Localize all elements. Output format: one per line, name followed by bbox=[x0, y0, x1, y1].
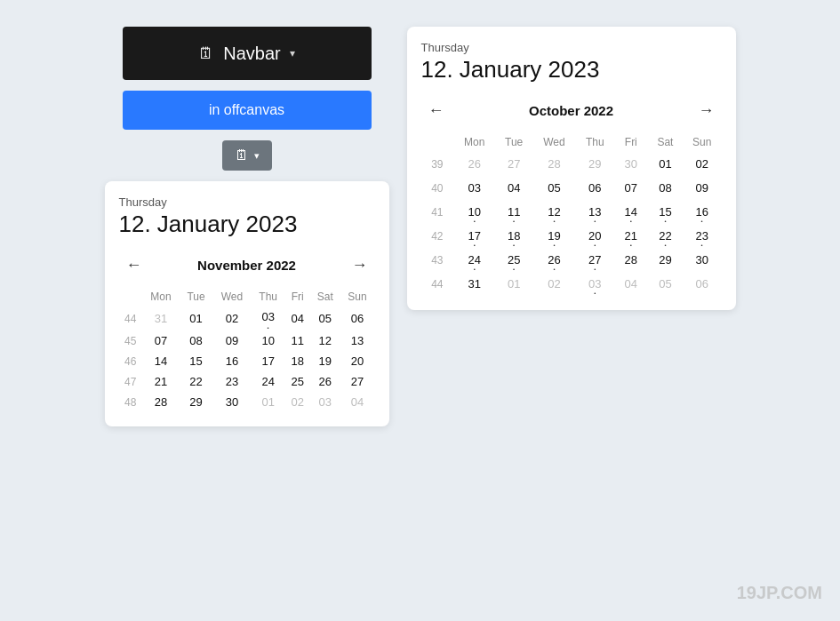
day-number: 03 bbox=[318, 395, 331, 409]
calendar-day[interactable]: 10• bbox=[453, 200, 495, 224]
left-next-button[interactable]: → bbox=[345, 252, 375, 278]
calendar-day[interactable]: 19• bbox=[532, 224, 576, 248]
calendar-day[interactable]: 23• bbox=[683, 224, 722, 248]
calendar-day[interactable]: 26• bbox=[532, 248, 576, 272]
week-number: 45 bbox=[119, 330, 143, 351]
calendar-day[interactable]: 27• bbox=[576, 248, 613, 272]
calendar-day[interactable]: 03• bbox=[576, 272, 613, 296]
calendar-day[interactable]: 25 bbox=[285, 371, 310, 392]
day-number: 02 bbox=[226, 312, 238, 325]
calendar-day[interactable]: 18• bbox=[495, 224, 532, 248]
right-date-title: 12. January 2023 bbox=[421, 56, 722, 84]
day-number: 18 bbox=[508, 229, 520, 243]
calendar-day[interactable]: 18 bbox=[285, 351, 310, 371]
calendar-day[interactable]: 09 bbox=[212, 330, 252, 351]
calendar-day[interactable]: 26 bbox=[453, 152, 495, 176]
calendar-day[interactable]: 30 bbox=[212, 392, 252, 412]
offcanvas-button[interactable]: in offcanvas bbox=[123, 91, 372, 130]
calendar-day[interactable]: 16• bbox=[683, 200, 722, 224]
calendar-day[interactable]: 22• bbox=[648, 224, 683, 248]
calendar-day[interactable]: 06 bbox=[576, 176, 613, 200]
day-number: 12 bbox=[318, 334, 331, 347]
calendar-day[interactable]: 04 bbox=[285, 307, 310, 330]
calendar-day[interactable]: 04 bbox=[495, 176, 532, 200]
calendar-day[interactable]: 27 bbox=[495, 152, 532, 176]
calendar-day[interactable]: 24 bbox=[252, 371, 285, 392]
calendar-day[interactable]: 07 bbox=[613, 176, 648, 200]
calendar-day[interactable]: 02 bbox=[532, 272, 576, 296]
calendar-day[interactable]: 19 bbox=[310, 351, 340, 371]
calendar-day[interactable]: 15• bbox=[648, 200, 683, 224]
calendar-day[interactable]: 01 bbox=[648, 152, 683, 176]
calendar-day[interactable]: 06 bbox=[340, 307, 375, 330]
calendar-day[interactable]: 16 bbox=[212, 351, 252, 371]
calendar-day[interactable]: 28 bbox=[613, 248, 648, 272]
event-dot: • bbox=[594, 291, 596, 296]
calendar-day[interactable]: 02 bbox=[285, 392, 310, 412]
right-month-label: October 2022 bbox=[529, 103, 613, 118]
calendar-day[interactable]: 29 bbox=[576, 152, 613, 176]
calendar-day[interactable]: 01 bbox=[252, 392, 285, 412]
calendar-day[interactable]: 04 bbox=[340, 392, 375, 412]
calendar-day[interactable]: 24• bbox=[453, 248, 495, 272]
day-number: 01 bbox=[261, 395, 274, 409]
right-prev-button[interactable]: ← bbox=[421, 98, 452, 123]
calendar-day[interactable]: 13 bbox=[340, 330, 375, 351]
calendar-day[interactable]: 22 bbox=[180, 371, 212, 392]
calendar-day[interactable]: 01 bbox=[495, 272, 532, 296]
calendar-day[interactable]: 11 bbox=[285, 330, 310, 351]
calendar-day[interactable]: 31 bbox=[453, 272, 495, 296]
calendar-day[interactable]: 29 bbox=[180, 392, 212, 412]
calendar-day[interactable]: 21• bbox=[613, 224, 648, 248]
calendar-day[interactable]: 14• bbox=[613, 200, 648, 224]
calendar-day[interactable]: 02 bbox=[683, 152, 722, 176]
calendar-day[interactable]: 23 bbox=[212, 371, 252, 392]
calendar-day[interactable]: 10 bbox=[252, 330, 285, 351]
day-number: 25 bbox=[291, 375, 303, 388]
calendar-day[interactable]: 07 bbox=[142, 330, 180, 351]
day-number: 26 bbox=[548, 253, 560, 267]
calendar-day[interactable]: 05 bbox=[532, 176, 576, 200]
calendar-day[interactable]: 12 bbox=[310, 330, 340, 351]
calendar-day[interactable]: 26 bbox=[310, 371, 340, 392]
calendar-day[interactable]: 02 bbox=[212, 307, 252, 330]
calendar-day[interactable]: 27 bbox=[340, 371, 375, 392]
calendar-day[interactable]: 13• bbox=[576, 200, 613, 224]
calendar-day[interactable]: 31 bbox=[142, 307, 180, 330]
right-column: Thursday 12. January 2023 ← October 2022… bbox=[407, 18, 736, 310]
calendar-day[interactable]: 03 bbox=[310, 392, 340, 412]
calendar-day[interactable]: 11• bbox=[495, 200, 532, 224]
calendar-day[interactable]: 20 bbox=[340, 351, 375, 371]
left-prev-button[interactable]: ← bbox=[119, 252, 149, 278]
day-number: 28 bbox=[625, 253, 637, 267]
calendar-day[interactable]: 01 bbox=[180, 307, 212, 330]
calendar-day[interactable]: 30 bbox=[613, 152, 648, 176]
calendar-day[interactable]: 06 bbox=[683, 272, 722, 296]
calendar-day[interactable]: 05 bbox=[310, 307, 340, 330]
calendar-day[interactable]: 03 bbox=[453, 176, 495, 200]
calendar-day[interactable]: 12• bbox=[532, 200, 576, 224]
calendar-day[interactable]: 25• bbox=[495, 248, 532, 272]
day-number: 26 bbox=[318, 375, 331, 388]
calendar-day[interactable]: 03• bbox=[252, 307, 285, 330]
left-month-nav: ← November 2022 → bbox=[119, 252, 375, 278]
calendar-day[interactable]: 28 bbox=[142, 392, 180, 412]
calendar-day[interactable]: 21 bbox=[142, 371, 180, 392]
calendar-day[interactable]: 15 bbox=[180, 351, 212, 371]
calendar-day[interactable]: 28 bbox=[532, 152, 576, 176]
calendar-day[interactable]: 04 bbox=[613, 272, 648, 296]
day-number: 27 bbox=[508, 157, 520, 171]
icon-dropdown-button[interactable]: 🗓 ▾ bbox=[222, 140, 272, 171]
calendar-day[interactable]: 17• bbox=[453, 224, 495, 248]
calendar-day[interactable]: 05 bbox=[648, 272, 683, 296]
calendar-day[interactable]: 14 bbox=[142, 351, 180, 371]
right-next-button[interactable]: → bbox=[691, 98, 721, 123]
calendar-day[interactable]: 29 bbox=[648, 248, 683, 272]
calendar-day[interactable]: 08 bbox=[648, 176, 683, 200]
calendar-day[interactable]: 08 bbox=[180, 330, 212, 351]
calendar-day[interactable]: 30 bbox=[683, 248, 722, 272]
calendar-day[interactable]: 17 bbox=[252, 351, 285, 371]
navbar-bar[interactable]: 🗓 Navbar ▾ bbox=[123, 27, 372, 80]
calendar-day[interactable]: 20• bbox=[576, 224, 613, 248]
calendar-day[interactable]: 09 bbox=[683, 176, 722, 200]
